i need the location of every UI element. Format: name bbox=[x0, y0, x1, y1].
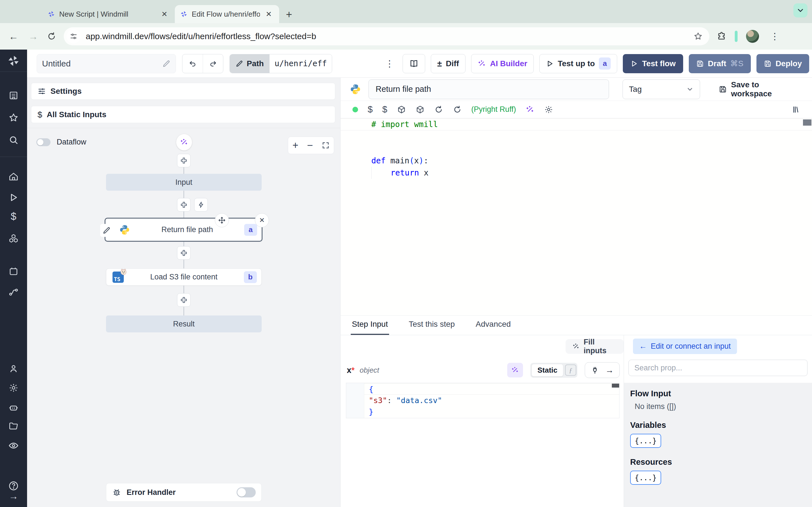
flow-name-input[interactable] bbox=[42, 59, 159, 68]
edit-step-pencil-button[interactable] bbox=[100, 224, 113, 237]
fit-view-icon[interactable] bbox=[322, 142, 329, 149]
code-editor[interactable]: # import wmill def main(x): return x bbox=[341, 118, 812, 316]
library-icon[interactable] bbox=[791, 105, 800, 114]
fill-inputs-button[interactable]: Fill inputs bbox=[566, 339, 624, 354]
json-scrollbar-thumb[interactable] bbox=[612, 384, 619, 388]
url-omnibox[interactable]: app.windmill.dev/flows/edit/u/henri/effo… bbox=[64, 27, 709, 45]
ai-flow-wand-button[interactable] bbox=[176, 134, 192, 151]
site-settings-icon[interactable] bbox=[66, 29, 81, 43]
extensions-icon[interactable] bbox=[717, 32, 726, 41]
package-icon[interactable] bbox=[397, 105, 406, 114]
editor-settings-gear-icon[interactable] bbox=[544, 105, 553, 114]
tab-close-icon[interactable]: ✕ bbox=[160, 9, 169, 19]
ai-wand-icon[interactable] bbox=[525, 105, 535, 114]
runs-play-icon[interactable] bbox=[8, 192, 18, 203]
home-icon[interactable] bbox=[8, 172, 18, 182]
zoom-in-button[interactable]: + bbox=[292, 139, 298, 151]
flow-step-b-node[interactable]: TS Load S3 file content b bbox=[106, 269, 262, 286]
editor-scrollbar-thumb[interactable] bbox=[803, 119, 811, 126]
input-mode-segment: Static ƒ bbox=[530, 363, 577, 378]
add-step-top-button[interactable] bbox=[177, 154, 191, 167]
resources-cubes-icon[interactable] bbox=[8, 233, 19, 244]
diff-button[interactable]: ± Diff bbox=[431, 54, 465, 73]
resources-object-button[interactable]: {...} bbox=[630, 471, 661, 485]
arg-json-editor[interactable]: { "s3": "data.csv" } bbox=[346, 383, 619, 418]
workspace-icon[interactable] bbox=[8, 91, 18, 101]
tag-select[interactable]: Tag bbox=[622, 79, 700, 99]
step-name-input[interactable] bbox=[368, 79, 609, 99]
add-step-button[interactable] bbox=[177, 246, 191, 260]
move-step-handle[interactable] bbox=[215, 213, 229, 227]
lint-status-label[interactable]: (Pyright Ruff) bbox=[471, 105, 516, 114]
variables-dollar-icon[interactable]: $ bbox=[382, 104, 388, 115]
code-keyword-return: return bbox=[391, 168, 424, 177]
variables-object-button[interactable]: {...} bbox=[630, 434, 661, 448]
help-icon[interactable] bbox=[8, 481, 19, 491]
tab-test-this-step[interactable]: Test this step bbox=[408, 320, 456, 335]
undo-button[interactable] bbox=[183, 54, 203, 73]
ai-builder-button[interactable]: AI Builder bbox=[471, 54, 534, 73]
schedules-calendar-icon[interactable] bbox=[8, 266, 18, 276]
test-flow-button[interactable]: Test flow bbox=[623, 54, 683, 73]
test-up-to-button[interactable]: Test up to a bbox=[539, 54, 617, 73]
triggers-route-icon[interactable] bbox=[8, 287, 19, 298]
variables-dollar-icon[interactable]: $ bbox=[11, 211, 16, 223]
profile-avatar[interactable] bbox=[746, 30, 759, 43]
static-mode-button[interactable]: Static bbox=[531, 364, 563, 377]
tab-advanced[interactable]: Advanced bbox=[474, 320, 512, 335]
add-trigger-bolt-button[interactable] bbox=[194, 198, 208, 212]
save-to-workspace-button[interactable]: Save to workspace bbox=[719, 80, 801, 98]
assets-dollar-icon[interactable]: $ bbox=[368, 104, 373, 115]
delete-step-button[interactable]: ✕ bbox=[255, 213, 269, 227]
browser-menu-icon[interactable]: ⋮ bbox=[767, 31, 782, 42]
audit-eye-icon[interactable] bbox=[8, 440, 19, 451]
browser-tab-edit-flow[interactable]: Edit Flow u/henri/effortless_fl ✕ bbox=[175, 5, 279, 23]
browser-tab-new-script[interactable]: New Script | Windmill ✕ bbox=[42, 5, 175, 23]
redo-button[interactable] bbox=[203, 54, 223, 73]
path-button[interactable]: Path u/henri/eff bbox=[230, 54, 332, 73]
wand-icon bbox=[511, 366, 519, 374]
edit-pencil-icon[interactable] bbox=[162, 59, 170, 68]
add-step-button[interactable] bbox=[177, 198, 191, 212]
plug-icon[interactable] bbox=[591, 366, 599, 374]
flow-name-field[interactable] bbox=[37, 54, 176, 73]
edit-or-connect-button[interactable]: ← Edit or connect an input bbox=[633, 339, 737, 354]
draft-button[interactable]: Draft ⌘S bbox=[689, 54, 751, 73]
forward-button[interactable]: → bbox=[27, 31, 40, 42]
search-prop-input[interactable] bbox=[628, 360, 808, 376]
tab-close-icon[interactable]: ✕ bbox=[264, 9, 273, 19]
reset-icon[interactable] bbox=[453, 105, 462, 114]
workers-robot-icon[interactable] bbox=[8, 402, 19, 413]
deploy-button[interactable]: Deploy bbox=[756, 54, 809, 73]
new-tab-button[interactable]: + bbox=[286, 9, 292, 20]
expression-mode-button[interactable]: ƒ bbox=[565, 364, 576, 376]
ai-fill-arg-button[interactable] bbox=[507, 363, 523, 378]
favorites-star-icon[interactable] bbox=[8, 113, 18, 123]
arrow-right-icon[interactable]: → bbox=[605, 365, 614, 375]
all-static-inputs-button[interactable]: $ All Static Inputs bbox=[31, 106, 335, 123]
error-handler-toggle[interactable] bbox=[237, 487, 256, 497]
search-icon[interactable] bbox=[8, 135, 18, 145]
add-step-button[interactable] bbox=[177, 293, 191, 307]
windmill-logo[interactable] bbox=[7, 54, 20, 68]
users-person-icon[interactable] bbox=[8, 363, 18, 374]
reload-icon[interactable] bbox=[434, 105, 443, 114]
more-options-icon[interactable]: ⋮ bbox=[382, 58, 397, 69]
flow-input-node[interactable]: Input bbox=[106, 174, 262, 191]
flow-step-a-node[interactable]: Return file path a bbox=[105, 218, 262, 242]
settings-gear-icon[interactable] bbox=[8, 383, 18, 393]
flow-settings-button[interactable]: Settings bbox=[31, 83, 335, 100]
tab-search-button[interactable] bbox=[794, 3, 808, 17]
back-button[interactable]: ← bbox=[7, 31, 20, 42]
dataflow-toggle[interactable] bbox=[36, 138, 50, 146]
error-handler-card[interactable]: Error Handler bbox=[106, 483, 262, 502]
reload-button[interactable] bbox=[47, 32, 56, 41]
docs-book-button[interactable] bbox=[403, 54, 425, 73]
tab-step-input[interactable]: Step Input bbox=[351, 320, 389, 335]
package-explore-icon[interactable] bbox=[416, 105, 424, 114]
zoom-out-button[interactable]: − bbox=[307, 139, 313, 151]
bookmark-star-icon[interactable] bbox=[694, 32, 703, 41]
flow-result-node[interactable]: Result bbox=[106, 316, 262, 332]
expand-sidebar-arrow-icon[interactable]: → bbox=[9, 491, 18, 502]
folders-icon[interactable] bbox=[8, 421, 18, 431]
